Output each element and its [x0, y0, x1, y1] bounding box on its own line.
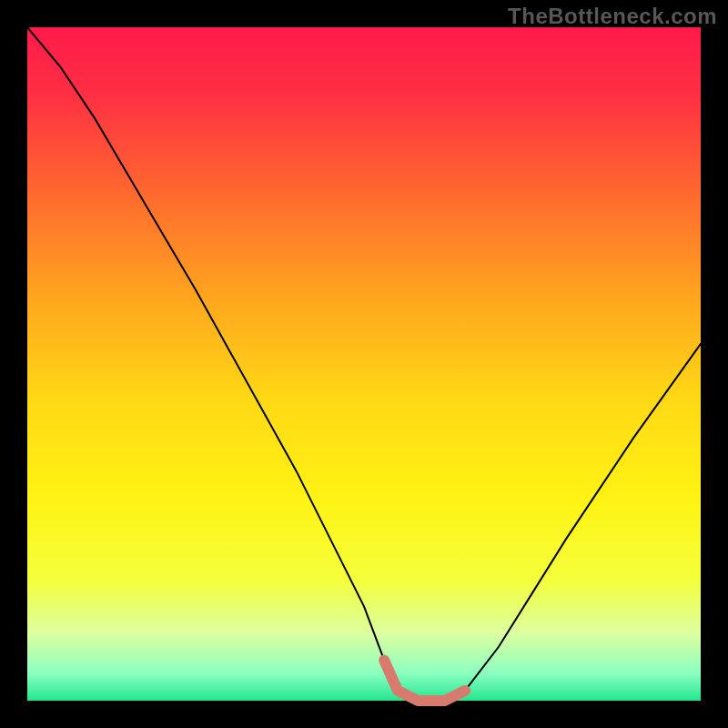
- gradient-background: [27, 27, 701, 701]
- chart-frame: TheBottleneck.com: [0, 0, 728, 728]
- watermark-text: TheBottleneck.com: [508, 4, 717, 29]
- bottleneck-chart: [0, 0, 728, 728]
